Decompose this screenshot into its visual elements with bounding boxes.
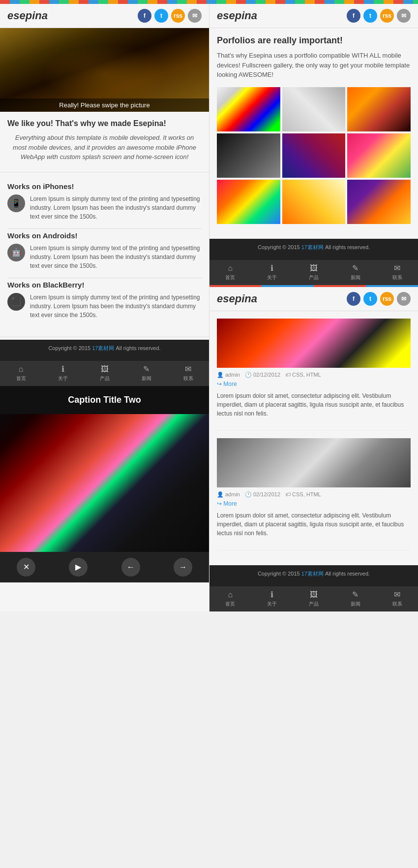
portfolio-item-8[interactable] bbox=[282, 180, 346, 224]
left-social-icons: f t rss ✉ bbox=[138, 9, 202, 23]
play-button[interactable]: ▶ bbox=[69, 558, 88, 577]
r-nav-contact-label: 联系 bbox=[392, 274, 402, 281]
right2-social-icons: f t rss ✉ bbox=[347, 292, 411, 306]
prev-button[interactable]: ← bbox=[121, 558, 140, 577]
feature-android-text: Lorem Ipsum is simply dummy text of the … bbox=[30, 244, 202, 270]
more-link-1[interactable]: ↪ More bbox=[217, 381, 411, 387]
nav-home[interactable]: ⌂ 首页 bbox=[16, 365, 27, 382]
portfolio-grid bbox=[217, 87, 411, 224]
nav-about[interactable]: ℹ 关于 bbox=[58, 365, 68, 382]
right-bottom-nav: ⌂ 首页 ℹ 关于 🖼 产品 ✎ 新闻 ✉ 联系 bbox=[209, 260, 418, 285]
r-nav-products[interactable]: 🖼 产品 bbox=[308, 264, 319, 281]
r-footer-link[interactable]: 17素材网 bbox=[301, 244, 324, 250]
r-gallery-icon: 🖼 bbox=[308, 264, 319, 273]
left-panel: esepina f t rss ✉ Really! Please swipe t… bbox=[0, 4, 209, 611]
hero-overlay-text: Really! Please swipe the picture bbox=[0, 98, 209, 112]
author-2: 👤 admin bbox=[217, 491, 240, 498]
features-section: Works on iPhones! 📱 Lorem Ipsum is simpl… bbox=[0, 175, 209, 334]
r2-footer-link[interactable]: 17素材网 bbox=[301, 571, 324, 577]
intro-description: Everything about this template is mobile… bbox=[7, 133, 202, 162]
portfolio-item-3[interactable] bbox=[347, 87, 411, 131]
intro-section: We like you! That's why we made Esepina!… bbox=[0, 112, 209, 169]
iphone-icon: 📱 bbox=[7, 194, 25, 212]
r2-news-icon: ✎ bbox=[350, 590, 361, 599]
r2-rss-icon[interactable]: rss bbox=[380, 292, 394, 306]
news-icon: ✎ bbox=[141, 365, 152, 374]
r2-nav-about[interactable]: ℹ 关于 bbox=[267, 590, 277, 608]
portfolio-item-9[interactable] bbox=[347, 180, 411, 224]
nav-home-label: 首页 bbox=[16, 375, 26, 382]
home-icon: ⌂ bbox=[16, 365, 27, 374]
portfolio-item-7[interactable] bbox=[217, 180, 280, 224]
feature-android: Works on Androids! 🤖 Lorem Ipsum is simp… bbox=[7, 231, 202, 270]
nav-products[interactable]: 🖼 产品 bbox=[99, 365, 110, 382]
big-image bbox=[0, 414, 209, 552]
right-footer: Copyright © 2015 17素材网 All rights reserv… bbox=[209, 239, 418, 260]
portfolio-title: Porfolios are really important! bbox=[217, 35, 411, 46]
r2-nav-news[interactable]: ✎ 新闻 bbox=[350, 590, 361, 608]
blog-image-2 bbox=[217, 438, 411, 487]
nav-news[interactable]: ✎ 新闻 bbox=[141, 365, 152, 382]
r2-twitter-icon[interactable]: t bbox=[363, 292, 377, 306]
rss-icon[interactable]: rss bbox=[171, 9, 185, 23]
feature-blackberry-content: ⬛ Lorem Ipsum is simply dummy text of th… bbox=[7, 293, 202, 320]
r2-contact-icon: ✉ bbox=[392, 590, 403, 599]
blog-post-2: 👤 admin 🕐 02/12/2012 🏷 CSS, HTML ↪ More … bbox=[217, 438, 411, 550]
r-nav-news[interactable]: ✎ 新闻 bbox=[350, 264, 361, 281]
r-nav-home-label: 首页 bbox=[225, 274, 235, 281]
tags-2: 🏷 CSS, HTML bbox=[285, 491, 321, 497]
r-nav-about[interactable]: ℹ 关于 bbox=[267, 264, 277, 281]
right2-header: esepina f t rss ✉ bbox=[209, 287, 418, 311]
r2-nav-products[interactable]: 🖼 产品 bbox=[308, 590, 319, 608]
right-header: esepina f t rss ✉ bbox=[209, 4, 418, 28]
mail-icon[interactable]: ✉ bbox=[188, 9, 202, 23]
footer-link[interactable]: 17素材网 bbox=[92, 345, 114, 351]
r-nav-home[interactable]: ⌂ 首页 bbox=[225, 264, 236, 281]
r-facebook-icon[interactable]: f bbox=[347, 9, 360, 23]
right-footer-text: Copyright © 2015 17素材网 All rights reserv… bbox=[217, 244, 411, 251]
r2-home-icon: ⌂ bbox=[225, 590, 236, 599]
r2-nav-contact[interactable]: ✉ 联系 bbox=[392, 590, 403, 608]
nav-contact-label: 联系 bbox=[183, 375, 193, 382]
blog-meta-1: 👤 admin 🕐 02/12/2012 🏷 CSS, HTML bbox=[217, 372, 411, 378]
r2-facebook-icon[interactable]: f bbox=[347, 292, 360, 306]
right-logo: esepina bbox=[217, 9, 257, 22]
portfolio-item-1[interactable] bbox=[217, 87, 280, 131]
portfolio-item-6[interactable] bbox=[347, 133, 411, 178]
bottom-controls: ✕ ▶ ← → bbox=[0, 552, 209, 582]
r2-nav-contact-label: 联系 bbox=[392, 601, 402, 608]
r-twitter-icon[interactable]: t bbox=[363, 9, 377, 23]
r-mail-icon[interactable]: ✉ bbox=[397, 9, 411, 23]
right2-footer: Copyright © 2015 17素材网 All rights reserv… bbox=[209, 565, 418, 586]
r2-nav-home[interactable]: ⌂ 首页 bbox=[225, 590, 236, 608]
right2-footer-text: Copyright © 2015 17素材网 All rights reserv… bbox=[217, 570, 411, 578]
next-button[interactable]: → bbox=[174, 558, 192, 577]
nav-products-label: 产品 bbox=[100, 375, 110, 382]
feature-iphone-text: Lorem Ipsum is simply dummy text of the … bbox=[30, 194, 202, 221]
hero-image: Really! Please swipe the picture bbox=[0, 28, 209, 112]
r2-nav-news-label: 新闻 bbox=[351, 601, 360, 608]
facebook-icon[interactable]: f bbox=[138, 9, 151, 23]
r-home-icon: ⌂ bbox=[225, 264, 236, 273]
close-button[interactable]: ✕ bbox=[17, 558, 35, 577]
r-nav-contact[interactable]: ✉ 联系 bbox=[392, 264, 403, 281]
r-contact-icon: ✉ bbox=[392, 264, 403, 273]
r2-mail-icon[interactable]: ✉ bbox=[397, 292, 411, 306]
more-link-2[interactable]: ↪ More bbox=[217, 500, 411, 507]
r-rss-icon[interactable]: rss bbox=[380, 9, 394, 23]
right-panel: esepina f t rss ✉ Porfolios are really i… bbox=[209, 4, 418, 611]
twitter-icon[interactable]: t bbox=[154, 9, 168, 23]
blog-desc-2: Lorem ipsum dolor sit amet, consectetur … bbox=[217, 511, 411, 538]
left-footer: Copyright © 2015 17素材网 All rights reserv… bbox=[0, 340, 209, 361]
caption-banner: Caption Title Two bbox=[0, 386, 209, 414]
portfolio-item-4[interactable] bbox=[217, 133, 280, 178]
date-1: 🕐 02/12/2012 bbox=[245, 372, 280, 378]
portfolio-description: That's why Esepina uses a portfolio comp… bbox=[217, 51, 411, 80]
blog-section: 👤 admin 🕐 02/12/2012 🏷 CSS, HTML ↪ More … bbox=[209, 311, 418, 565]
nav-contact[interactable]: ✉ 联系 bbox=[183, 365, 194, 382]
left-footer-text: Copyright © 2015 17素材网 All rights reserv… bbox=[7, 345, 202, 352]
portfolio-item-5[interactable] bbox=[282, 133, 346, 178]
r-nav-news-label: 新闻 bbox=[351, 274, 360, 281]
top-stripe bbox=[0, 0, 418, 4]
portfolio-item-2[interactable] bbox=[282, 87, 346, 131]
